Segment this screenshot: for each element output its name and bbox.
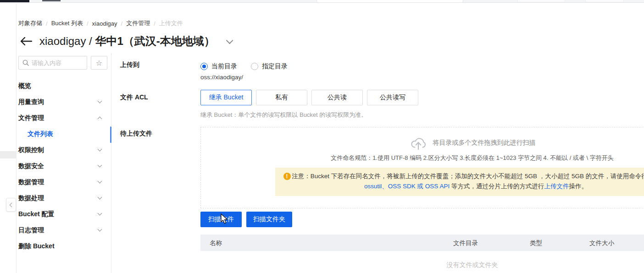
column-name: 名称 (210, 239, 222, 247)
sidebar-search-box[interactable] (18, 56, 87, 70)
sidebar-item-label: 数据处理 (18, 194, 44, 202)
notice-line-2: ossutil、OSS SDK 或 OSS API 等方式，通过分片上传的方式进… (291, 181, 644, 191)
sidebar-item-delete-bucket[interactable]: 删除 Bucket (18, 238, 108, 254)
star-icon: ☆ (96, 59, 102, 67)
page-title: xiaodigay / 华中1（武汉-本地地域） (20, 34, 231, 49)
chevron-down-icon (98, 179, 102, 184)
upload-to-label: 上传到 (120, 61, 139, 69)
file-table-header: 名称 文件目录 类型 文件大小 (200, 235, 644, 251)
bucket-region: 华中1（武汉-本地地域） (95, 35, 215, 47)
sidebar-item-label: 日志管理 (18, 226, 44, 235)
upload-file-link[interactable]: 上传文件 (544, 183, 569, 190)
chevron-down-icon (98, 163, 102, 168)
browser-tab-remnant (0, 0, 29, 2)
upload-notice-box: ! 注意：Bucket 下若存在同名文件，将被新上传的文件覆盖；添加的文件大小不… (275, 168, 644, 196)
chevron-down-icon[interactable] (226, 37, 233, 44)
toolbar-remnant-2 (585, 0, 624, 2)
oss-path-text: oss://xiaodigay/ (200, 74, 243, 81)
sidebar-item-data-management[interactable]: 数据管理 (18, 174, 108, 190)
scan-button-row: 扫描文件 扫描文件夹 (200, 212, 292, 227)
radio-label: 当前目录 (211, 62, 237, 71)
breadcrumb-separator: / (154, 20, 155, 27)
arrow-left-icon (20, 37, 32, 45)
acl-public-read-write-button[interactable]: 公共读写 (367, 90, 418, 105)
notice-plain-text: 等方式，通过分片上传的方式进行 (450, 183, 544, 190)
pending-files-label: 待上传文件 (120, 130, 152, 138)
chevron-down-icon (98, 147, 102, 152)
acl-public-read-button[interactable]: 公共读 (311, 90, 363, 105)
tools-links[interactable]: ossutil、OSS SDK 或 OSS API (364, 183, 450, 190)
acl-button-group: 继承 Bucket 私有 公共读 公共读写 (200, 90, 418, 105)
bucket-name: xiaodigay / (39, 35, 95, 47)
sidebar-item-overview[interactable]: 概览 (18, 78, 108, 94)
collapsed-nav-remnant (0, 151, 16, 158)
browser-chrome-remnant (0, 0, 644, 3)
column-file-directory: 文件目录 (453, 239, 478, 247)
sidebar-active-indicator (110, 126, 111, 143)
sidebar-nav: 概览 用量查询 文件管理 文件列表 权限控制 数据安全 数据管理 数据处理 Bu… (18, 78, 108, 254)
cloud-upload-icon (409, 136, 427, 150)
sidebar-item-usage-query[interactable]: 用量查询 (18, 94, 108, 110)
back-button[interactable] (20, 37, 32, 45)
sidebar-item-file-management[interactable]: 文件管理 (18, 110, 108, 126)
sidebar-item-label: 文件列表 (28, 130, 53, 138)
sidebar-item-data-processing[interactable]: 数据处理 (18, 190, 108, 206)
panel-left-border (16, 3, 17, 273)
sidebar-divider (111, 53, 111, 273)
favorite-button[interactable]: ☆ (91, 56, 107, 70)
acl-hint-text: 继承 Bucket：单个文件的读写权限以 Bucket 的读写权限为准。 (200, 111, 367, 119)
breadcrumb-object-storage[interactable]: 对象存储 (18, 19, 42, 27)
radio-selected-icon (200, 63, 208, 70)
radio-specified-directory[interactable]: 指定目录 (251, 62, 288, 71)
file-acl-label: 文件 ACL (120, 93, 148, 102)
sidebar-item-log-management[interactable]: 日志管理 (18, 222, 108, 238)
sidebar-item-label: 权限控制 (18, 146, 44, 154)
acl-private-button[interactable]: 私有 (256, 90, 307, 105)
chevron-down-icon (98, 227, 102, 232)
sidebar-item-label: 删除 Bucket (18, 242, 55, 251)
scan-files-button[interactable]: 扫描文件 (200, 212, 242, 227)
radio-current-directory[interactable]: 当前目录 (200, 62, 237, 71)
dropzone-hint-row: 将目录或多个文件拖拽到此进行扫描 (409, 136, 536, 150)
search-input[interactable] (32, 60, 82, 66)
sidebar-item-label: 概览 (18, 82, 31, 90)
sidebar-search-row: ☆ (18, 56, 107, 70)
notice-text: 注意：Bucket 下若存在同名文件，将被新上传的文件覆盖；添加的文件大小不能超… (291, 171, 644, 192)
acl-inherit-bucket-button[interactable]: 继承 Bucket (200, 90, 252, 105)
sidebar-item-file-list[interactable]: 文件列表 (18, 126, 108, 142)
sidebar-item-data-security[interactable]: 数据安全 (18, 158, 108, 174)
column-type: 类型 (530, 239, 542, 247)
chevron-down-icon (98, 99, 102, 104)
column-file-size: 文件大小 (589, 239, 614, 247)
browser-tab-remnant-2 (42, 0, 61, 1)
breadcrumb-separator: / (87, 20, 89, 27)
breadcrumb-bucket-name[interactable]: xiaodigay (92, 20, 117, 27)
sidebar-item-label: 用量查询 (18, 98, 44, 106)
toolbar-remnant (517, 0, 565, 2)
scan-folder-button[interactable]: 扫描文件夹 (246, 212, 292, 227)
chevron-down-icon (98, 211, 102, 216)
file-dropzone[interactable]: 将目录或多个文件拖拽到此进行扫描 文件命名规范：1.使用 UTF-8 编码 2.… (200, 127, 644, 208)
breadcrumb-separator: / (121, 20, 123, 27)
search-icon (22, 60, 29, 66)
warning-icon: ! (283, 173, 291, 180)
breadcrumb-separator: / (46, 20, 48, 27)
breadcrumb: 对象存储 / Bucket 列表 / xiaodigay / 文件管理 / 上传… (18, 19, 183, 27)
drop-hint-text: 将目录或多个文件拖拽到此进行扫描 (433, 139, 536, 147)
sidebar-item-label: 文件管理 (18, 114, 44, 122)
chevron-down-icon (98, 195, 102, 200)
panel-collapse-handle[interactable] (6, 198, 16, 212)
radio-label: 指定目录 (262, 62, 288, 71)
bucket-title: xiaodigay / 华中1（武汉-本地地域） (39, 34, 215, 49)
radio-unselected-icon (251, 63, 258, 70)
upload-target-radio-group: 当前目录 指定目录 (200, 62, 288, 71)
breadcrumb-current-upload: 上传文件 (159, 19, 183, 27)
naming-rule-text: 文件命名规范：1.使用 UTF-8 编码 2.区分大小写 3.长度必须在 1~1… (331, 154, 614, 162)
sidebar-item-permission-control[interactable]: 权限控制 (18, 142, 108, 158)
breadcrumb-bucket-list[interactable]: Bucket 列表 (51, 19, 83, 27)
sidebar-item-bucket-settings[interactable]: Bucket 配置 (18, 206, 108, 222)
notice-plain-text: 操作。 (569, 183, 588, 190)
sidebar-item-label: 数据管理 (18, 178, 44, 186)
breadcrumb-file-management[interactable]: 文件管理 (126, 19, 150, 27)
chevron-left-icon (10, 202, 14, 207)
